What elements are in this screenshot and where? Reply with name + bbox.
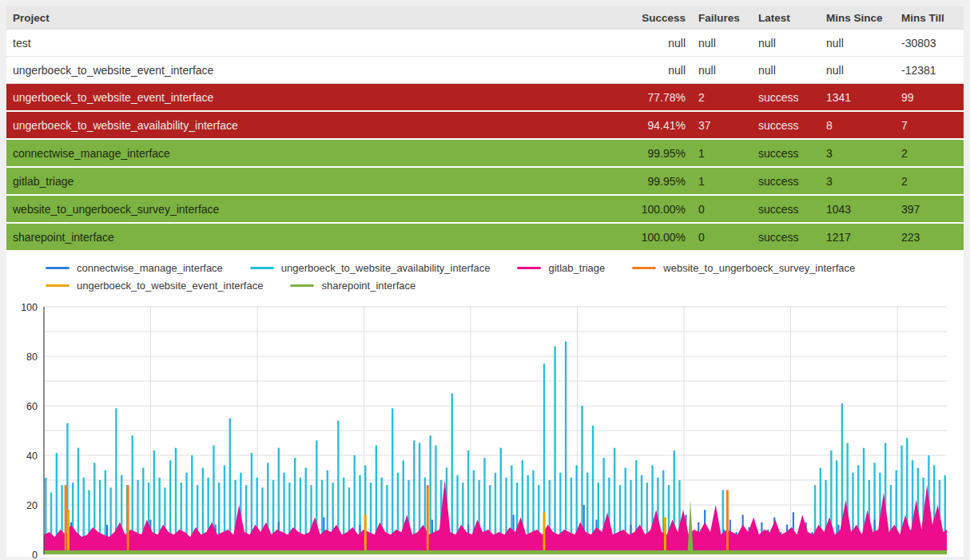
legend-swatch-icon <box>632 267 656 269</box>
value-cell: null <box>692 64 752 77</box>
y-tick-label: 100 <box>21 302 38 313</box>
legend-label: ungerboeck_to_website_event_interface <box>77 280 263 292</box>
table-row[interactable]: sharepoint_interface100.00%0success12172… <box>6 224 964 252</box>
value-cell: 99 <box>895 91 964 104</box>
legend-item[interactable]: gitlab_triage <box>517 262 605 274</box>
value-cell: -30803 <box>895 37 964 50</box>
value-cell: 1 <box>692 175 752 188</box>
value-cell: null <box>692 37 752 50</box>
value-cell: -12381 <box>895 64 964 77</box>
value-cell: 7 <box>895 119 964 132</box>
y-tick-label: 20 <box>26 500 38 511</box>
legend-label: sharepoint_interface <box>321 280 415 292</box>
table-row[interactable]: ungerboeck_to_website_event_interfacenul… <box>6 57 964 84</box>
value-cell: 397 <box>895 203 964 216</box>
table-header-row: ProjectSuccessFailuresLatestMins SinceMi… <box>6 6 964 30</box>
value-cell: 1043 <box>820 203 895 216</box>
value-cell: success <box>752 91 820 104</box>
value-cell: null <box>628 64 692 77</box>
value-cell: success <box>752 147 820 160</box>
y-tick-label: 60 <box>26 401 38 412</box>
project-name-cell: test <box>6 37 628 50</box>
project-name-cell: ungerboeck_to_website_availability_inter… <box>6 119 628 132</box>
timeseries-chart[interactable]: 020406080100Apr 10, 7:26 PMApr 11, 3:54 … <box>6 297 964 560</box>
legend-row: ungerboeck_to_website_event_interfacesha… <box>46 280 948 292</box>
column-header-latest: Latest <box>752 12 820 24</box>
table-row[interactable]: ungerboeck_to_website_availability_inter… <box>6 112 964 140</box>
table-row[interactable]: connectwise_manage_interface99.95%1succe… <box>6 140 964 168</box>
project-name-cell: sharepoint_interface <box>6 231 628 244</box>
legend-label: connectwise_manage_interface <box>77 262 223 274</box>
legend-label: gitlab_triage <box>548 262 605 274</box>
value-cell: 223 <box>895 231 964 244</box>
value-cell: 2 <box>692 91 752 104</box>
legend-swatch-icon <box>250 267 274 269</box>
value-cell: 1217 <box>820 231 895 244</box>
value-cell: success <box>752 231 820 244</box>
value-cell: success <box>752 119 820 132</box>
series-ungerboeck_to_website_availability_interface <box>46 341 944 554</box>
value-cell: 0 <box>692 203 752 216</box>
value-cell: 3 <box>820 175 895 188</box>
column-header-project: Project <box>6 12 628 24</box>
table-row[interactable]: ungerboeck_to_website_event_interface77.… <box>6 84 964 112</box>
legend-swatch-icon <box>517 267 541 269</box>
project-name-cell: website_to_ungerboeck_survey_interface <box>6 203 628 216</box>
y-tick-label: 80 <box>26 351 38 363</box>
value-cell: null <box>628 37 692 50</box>
value-cell: 1 <box>692 147 752 160</box>
value-cell: 2 <box>895 175 964 188</box>
legend-item[interactable]: sharepoint_interface <box>290 280 415 292</box>
status-table: ProjectSuccessFailuresLatestMins SinceMi… <box>6 6 964 252</box>
legend-row: connectwise_manage_interfaceungerboeck_t… <box>46 262 948 274</box>
value-cell: 99.95% <box>628 147 692 160</box>
value-cell: null <box>752 37 820 50</box>
legend-label: website_to_ungerboeck_survey_interface <box>663 262 855 274</box>
project-name-cell: ungerboeck_to_website_event_interface <box>6 91 628 104</box>
value-cell: 77.78% <box>628 91 692 104</box>
legend-swatch-icon <box>290 284 314 287</box>
table-row[interactable]: gitlab_triage99.95%1success32 <box>6 168 964 196</box>
value-cell: 1341 <box>820 91 895 104</box>
legend-item[interactable]: website_to_ungerboeck_survey_interface <box>632 262 855 274</box>
value-cell: 2 <box>895 147 964 160</box>
project-name-cell: connectwise_manage_interface <box>6 147 628 160</box>
value-cell: 100.00% <box>628 203 692 216</box>
table-row[interactable]: testnullnullnullnull-30803 <box>6 30 964 57</box>
value-cell: 0 <box>692 231 752 244</box>
y-tick-label: 0 <box>32 550 38 560</box>
column-header-mins-since: Mins Since <box>820 12 895 24</box>
legend-swatch-icon <box>46 284 70 287</box>
chart-section: connectwise_manage_interfaceungerboeck_t… <box>6 252 964 560</box>
dashboard-card: ProjectSuccessFailuresLatestMins SinceMi… <box>6 6 964 557</box>
y-tick-label: 40 <box>26 451 38 462</box>
value-cell: success <box>752 203 820 216</box>
legend-item[interactable]: ungerboeck_to_website_availability_inter… <box>250 262 491 274</box>
legend-swatch-icon <box>46 267 70 269</box>
value-cell: 94.41% <box>628 119 692 132</box>
project-name-cell: ungerboeck_to_website_event_interface <box>6 64 628 77</box>
value-cell: 3 <box>820 147 895 160</box>
value-cell: 37 <box>692 119 752 132</box>
legend-item[interactable]: ungerboeck_to_website_event_interface <box>46 280 263 292</box>
chart-legend: connectwise_manage_interfaceungerboeck_t… <box>46 262 948 292</box>
value-cell: null <box>820 64 895 77</box>
legend-label: ungerboeck_to_website_availability_inter… <box>281 262 491 274</box>
value-cell: 100.00% <box>628 231 692 244</box>
value-cell: 99.95% <box>628 175 692 188</box>
column-header-failures: Failures <box>692 12 752 24</box>
column-header-mins-till: Mins Till <box>895 12 964 24</box>
value-cell: 8 <box>820 119 895 132</box>
value-cell: null <box>820 37 895 50</box>
project-name-cell: gitlab_triage <box>6 175 628 188</box>
table-row[interactable]: website_to_ungerboeck_survey_interface10… <box>6 196 964 224</box>
value-cell: success <box>752 175 820 188</box>
value-cell: null <box>752 64 820 77</box>
legend-item[interactable]: connectwise_manage_interface <box>46 262 223 274</box>
column-header-success: Success <box>628 12 692 24</box>
